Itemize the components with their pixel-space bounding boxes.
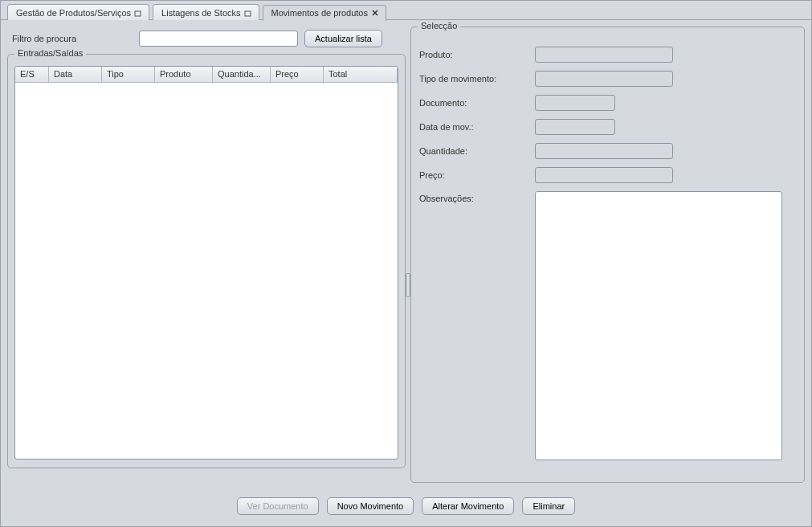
eliminar-button[interactable]: Eliminar (522, 497, 575, 515)
field-data-mov (535, 119, 615, 135)
col-quantidade[interactable]: Quantida... (213, 67, 271, 82)
entradas-saidas-group: Entradas/Saídas E/S Data Tipo Produto Qu… (7, 54, 406, 468)
row-observacoes: Observações: (419, 191, 796, 460)
tabs-bar: Gestão de Produtos/Serviços Listagens de… (1, 1, 811, 20)
label-data-mov: Data de mov.: (419, 122, 535, 132)
tab-label: Gestão de Produtos/Serviços (16, 8, 131, 18)
movements-table[interactable]: E/S Data Tipo Produto Quantida... Preço … (14, 66, 398, 460)
content-area: Filtro de procura Actualizar lista Entra… (1, 20, 811, 491)
filter-input[interactable] (139, 31, 298, 47)
row-documento: Documento: (419, 95, 796, 111)
bottom-buttons: Ver Documento Novo Movimento Alterar Mov… (1, 491, 811, 523)
app-window: Gestão de Produtos/Serviços Listagens de… (0, 0, 812, 527)
row-quantidade: Quantidade: (419, 143, 796, 159)
selection-title: Selecção (418, 21, 460, 31)
row-preco: Preço: (419, 167, 796, 183)
detach-icon (244, 9, 252, 17)
label-quantidade: Quantidade: (419, 146, 535, 156)
tab-movimentos-produtos[interactable]: Movimentos de produtos (263, 5, 386, 21)
label-documento: Documento: (419, 98, 535, 108)
col-total[interactable]: Total (324, 67, 398, 82)
ver-documento-button: Ver Documento (237, 497, 319, 515)
row-data-mov: Data de mov.: (419, 119, 796, 135)
svg-rect-0 (135, 11, 141, 16)
col-produto[interactable]: Produto (155, 67, 213, 82)
field-produto (535, 47, 673, 63)
svg-rect-1 (245, 11, 251, 16)
label-produto: Produto: (419, 50, 535, 59)
col-preco[interactable]: Preço (271, 67, 324, 82)
selection-group: Selecção Produto: Tipo de movimento: Doc… (410, 27, 805, 483)
entradas-title: Entradas/Saídas (14, 48, 86, 58)
field-quantidade (535, 143, 673, 159)
field-tipo-mov (535, 71, 673, 87)
tab-listagens-stocks[interactable]: Listagens de Stocks (153, 4, 259, 20)
field-documento (535, 95, 615, 111)
label-preco: Preço: (419, 170, 535, 180)
tab-gestao-produtos[interactable]: Gestão de Produtos/Serviços (7, 4, 149, 20)
novo-movimento-button[interactable]: Novo Movimento (327, 497, 414, 515)
field-preco (535, 167, 673, 183)
filter-label: Filtro de procura (12, 34, 133, 43)
close-icon[interactable] (371, 9, 379, 17)
col-es[interactable]: E/S (15, 67, 49, 82)
left-panel: Filtro de procura Actualizar lista Entra… (7, 27, 406, 488)
col-data[interactable]: Data (49, 67, 102, 82)
row-produto: Produto: (419, 47, 796, 63)
table-header: E/S Data Tipo Produto Quantida... Preço … (15, 67, 398, 83)
tab-label: Movimentos de produtos (271, 8, 368, 18)
detach-icon (134, 9, 142, 17)
row-tipo-mov: Tipo de movimento: (419, 71, 796, 87)
field-observacoes[interactable] (535, 191, 782, 460)
label-observacoes: Observações: (419, 191, 535, 203)
label-tipo-mov: Tipo de movimento: (419, 74, 535, 84)
alterar-movimento-button[interactable]: Alterar Movimento (422, 497, 514, 515)
col-tipo[interactable]: Tipo (102, 67, 155, 82)
refresh-list-button[interactable]: Actualizar lista (304, 30, 382, 47)
right-panel: Selecção Produto: Tipo de movimento: Doc… (410, 27, 805, 488)
tab-label: Listagens de Stocks (161, 8, 240, 18)
